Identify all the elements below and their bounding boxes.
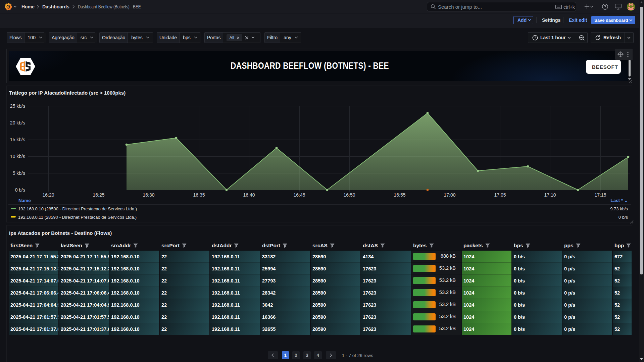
svg-text:16:20: 16:20	[42, 192, 54, 198]
svg-text:16:25: 16:25	[93, 192, 104, 198]
svg-text:Name: Name	[18, 198, 31, 203]
svg-text:17:15: 17:15	[594, 192, 606, 198]
svg-text:16:30: 16:30	[143, 192, 154, 198]
svg-text:0 b/s: 0 b/s	[618, 215, 628, 220]
svg-text:9.73 kb/s: 9.73 kb/s	[610, 206, 628, 211]
svg-text:192.168.0.11 (28590 - Directne: 192.168.0.11 (28590 - Directnet Prestaca…	[18, 215, 137, 220]
svg-text:0 b/s: 0 b/s	[15, 187, 25, 193]
svg-text:10 kb/s: 10 kb/s	[10, 154, 25, 159]
svg-text:16:45: 16:45	[293, 192, 305, 198]
svg-text:16:40: 16:40	[243, 192, 255, 198]
svg-text:5 kb/s: 5 kb/s	[13, 170, 25, 176]
svg-text:17:00: 17:00	[444, 192, 455, 198]
svg-text:Last * ⌄: Last * ⌄	[610, 198, 628, 203]
svg-text:15 kb/s: 15 kb/s	[10, 137, 25, 142]
svg-text:16:55: 16:55	[394, 192, 405, 198]
svg-text:17:10: 17:10	[544, 192, 556, 198]
svg-text:16:35: 16:35	[193, 192, 205, 198]
svg-text:25 kb/s: 25 kb/s	[10, 103, 25, 109]
svg-text:17:05: 17:05	[494, 192, 506, 198]
svg-text:192.168.0.10 (28590 - Directne: 192.168.0.10 (28590 - Directnet Prestaca…	[18, 206, 137, 211]
svg-text:16:50: 16:50	[343, 192, 355, 198]
svg-text:20 kb/s: 20 kb/s	[10, 120, 25, 125]
